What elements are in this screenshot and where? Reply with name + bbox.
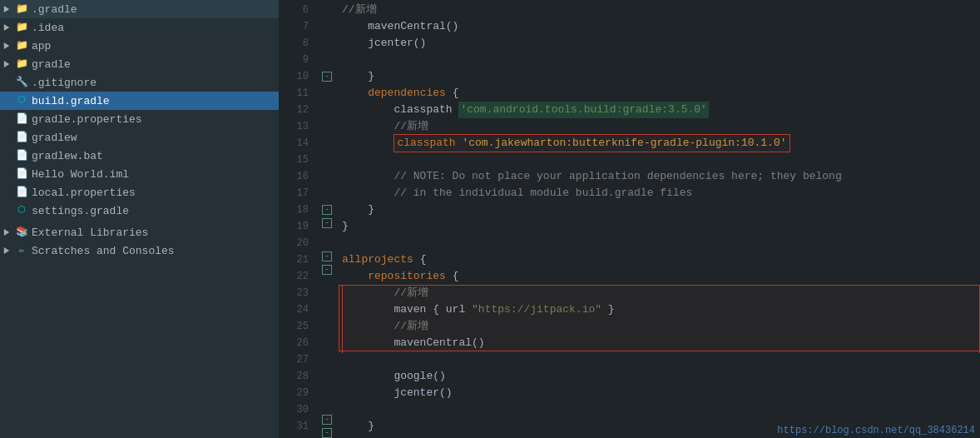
line-num: 8 [279,35,312,52]
sidebar-item-settings-gradle[interactable]: ⬡ settings.gradle [0,202,279,220]
line-num: 17 [279,185,312,202]
sidebar-label: gradle [32,58,71,71]
line-num: 10 [279,68,312,85]
code-line-16: // NOTE: Do not place your application d… [342,168,980,185]
line-num: 18 [279,202,312,218]
code-line-25: //新增 [342,318,980,335]
line-num: 26 [279,335,312,351]
gutter-cell [319,311,335,328]
code-line-23: //新增 [342,285,980,301]
line-num: 27 [279,351,312,368]
gutter-cell [319,152,335,168]
gutter-cell [319,185,335,202]
sidebar-item-app[interactable]: 📁 app [0,37,279,55]
code-line-27 [342,351,980,368]
sidebar-label: .idea [32,22,64,34]
sidebar-label: build.gradle [32,95,110,107]
sidebar-item-idea[interactable]: 📁 .idea [0,18,279,37]
file-icon: 📄 [15,131,28,144]
code-line-15 [342,152,980,168]
sidebar-item-gradle-props[interactable]: 📄 gradle.properties [0,110,279,128]
sidebar-label: Hello World.iml [32,168,129,181]
code-line-28: google() [342,368,980,385]
code-line-30 [342,401,980,418]
sidebar-item-scratches[interactable]: ✏️ Scratches and Consoles [0,241,279,260]
line-num: 28 [279,368,312,385]
sidebar-label: local.properties [32,187,136,199]
arrow-icon [3,60,15,69]
line-num: 23 [279,285,312,301]
blog-url: https://blog.csdn.net/qq_38436214 [777,425,975,436]
fold-icon[interactable]: - [322,251,332,261]
gutter-cell [319,168,335,185]
line-num: 31 [279,418,312,435]
sidebar-item-gradle[interactable]: 📁 .gradle [0,0,279,18]
fold-icon[interactable]: - [322,72,332,82]
gutter-cell [319,2,335,18]
line-num: 6 [279,2,312,18]
gradle-icon: ⬡ [15,204,28,217]
line-num: 29 [279,385,312,401]
editor: 6 7 8 9 10 11 12 13 14 15 16 17 18 19 20… [279,0,980,438]
line-num: 7 [279,18,312,35]
gutter: - - - - - - - [319,0,335,438]
gutter-cell [319,328,335,345]
sidebar-item-hello-world[interactable]: 📄 Hello World.iml [0,165,279,183]
fold-icon[interactable]: - [322,265,332,275]
sidebar-item-gradlew-bat[interactable]: 📄 gradlew.bat [0,147,279,165]
arrow-icon [3,23,15,32]
arrow-icon [3,5,15,14]
code-line-8: jcenter() [342,35,980,52]
gutter-cell [319,102,335,118]
line-num: 22 [279,268,312,285]
sidebar-item-gitignore[interactable]: 🔧 .gitignore [0,73,279,92]
bottom-bar: https://blog.csdn.net/qq_38436214 [772,423,980,438]
line-num: 30 [279,401,312,418]
folder-icon: 📁 [15,57,28,71]
sidebar-label: app [32,40,51,52]
sidebar-item-gradlew[interactable]: 📄 gradlew [0,128,279,147]
gutter-cell [319,361,335,378]
line-num: 13 [279,118,312,135]
code-line-7: mavenCentral() [342,18,980,35]
gutter-cell [319,395,335,411]
file-icon: 📄 [15,186,28,199]
file-icon: 🔧 [15,76,28,89]
gutter-cell [319,278,335,295]
arrow-icon [3,246,15,256]
sidebar-label: gradlew [32,132,77,144]
scratch-icon: ✏️ [15,244,28,257]
folder-icon: 📁 [15,21,28,34]
gradle-icon: ⬡ [15,94,28,107]
sidebar-item-external-libs[interactable]: 📚 External Libraries [0,223,279,241]
fold-icon[interactable]: - [322,415,332,425]
line-num: 25 [279,318,312,335]
fold-icon[interactable]: - [322,428,332,438]
line-num: 11 [279,85,312,102]
file-icon: 📄 [15,149,28,162]
sidebar-item-build-gradle[interactable]: ⬡ build.gradle [0,92,279,110]
gutter-cell [319,378,335,395]
line-num: 21 [279,251,312,268]
code-line-17: // in the individual module build.gradle… [342,185,980,202]
gutter-cell [319,18,335,35]
line-num: 9 [279,52,312,68]
fold-icon[interactable]: - [322,205,332,215]
line-num: 12 [279,102,312,118]
code-line-19: } [342,218,980,235]
external-icon: 📚 [15,226,28,239]
fold-icon[interactable]: - [322,218,332,228]
gutter-cell [319,85,335,102]
sidebar-label: External Libraries [32,226,148,239]
code-editor[interactable]: //新增 mavenCentral() jcenter() } dependen… [335,0,980,438]
sidebar-item-gradle2[interactable]: 📁 gradle [0,55,279,73]
code-line-26: mavenCentral() [342,335,980,351]
line-num: 32 [279,435,312,438]
gutter-cell [319,52,335,68]
arrow-icon [3,228,15,237]
line-num: 16 [279,168,312,185]
sidebar-item-local-props[interactable]: 📄 local.properties [0,183,279,202]
code-line-10: } [342,68,980,85]
code-line-12: classpath 'com.android.tools.build:gradl… [342,102,980,118]
file-icon: 📄 [15,112,28,126]
